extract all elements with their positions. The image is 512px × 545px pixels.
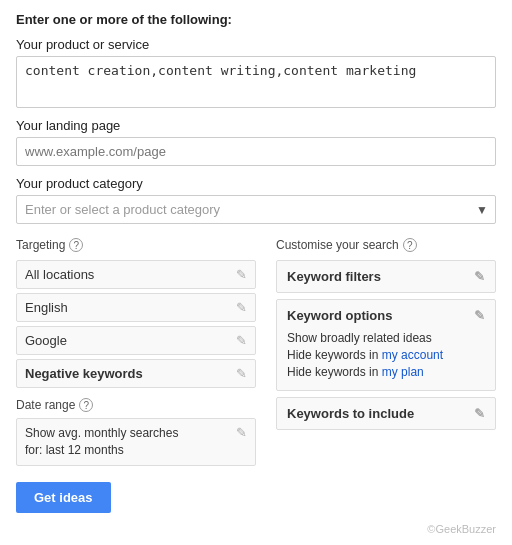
panel-keyword-filters: Keyword filters ✎ — [276, 260, 496, 293]
targeting-item-negative-keywords[interactable]: Negative keywords ✎ — [16, 359, 256, 388]
two-column-section: Targeting ? All locations ✎ English ✎ Go… — [16, 238, 496, 513]
panel-keyword-filters-title: Keyword filters — [287, 269, 381, 284]
product-service-label: Your product or service — [16, 37, 496, 52]
watermark: ©GeekBuzzer — [427, 523, 496, 535]
pencil-icon-negative-keywords: ✎ — [236, 366, 247, 381]
date-range-label: Date range — [16, 398, 75, 412]
customise-label: Customise your search — [276, 238, 399, 252]
targeting-network-label: Google — [25, 333, 67, 348]
date-range-line1: Show avg. monthly searches — [25, 426, 178, 440]
get-ideas-button[interactable]: Get ideas — [16, 482, 111, 513]
pencil-icon-keywords-to-include: ✎ — [474, 406, 485, 421]
date-range-box[interactable]: Show avg. monthly searches for: last 12 … — [16, 418, 256, 466]
pencil-icon-keyword-filters: ✎ — [474, 269, 485, 284]
option-hide-plan: Hide keywords in my plan — [287, 365, 485, 379]
date-range-help-icon[interactable]: ? — [79, 398, 93, 412]
pencil-icon-keyword-options: ✎ — [474, 308, 485, 323]
panel-keywords-to-include-header[interactable]: Keywords to include ✎ — [277, 398, 495, 429]
pencil-icon-language: ✎ — [236, 300, 247, 315]
landing-page-label: Your landing page — [16, 118, 496, 133]
panel-keyword-options-header[interactable]: Keyword options ✎ — [277, 300, 495, 331]
targeting-locations-label: All locations — [25, 267, 94, 282]
panel-keyword-filters-header[interactable]: Keyword filters ✎ — [277, 261, 495, 292]
panel-keyword-options-body: Show broadly related ideas Hide keywords… — [277, 331, 495, 390]
product-service-input[interactable]: content creation,content writing,content… — [16, 56, 496, 108]
targeting-header: Targeting ? — [16, 238, 256, 252]
product-category-label: Your product category — [16, 176, 496, 191]
product-category-field: Your product category Enter or select a … — [16, 176, 496, 224]
targeting-help-icon[interactable]: ? — [69, 238, 83, 252]
landing-page-field: Your landing page — [16, 118, 496, 176]
panel-keywords-to-include-title: Keywords to include — [287, 406, 414, 421]
product-category-select-wrapper: Enter or select a product category ▼ — [16, 195, 496, 224]
panel-keyword-options-title: Keyword options — [287, 308, 392, 323]
landing-page-input[interactable] — [16, 137, 496, 166]
product-service-field: Your product or service content creation… — [16, 37, 496, 118]
date-range-text: Show avg. monthly searches for: last 12 … — [25, 425, 178, 459]
targeting-negative-keywords-label: Negative keywords — [25, 366, 143, 381]
panel-keyword-options: Keyword options ✎ Show broadly related i… — [276, 299, 496, 391]
targeting-column: Targeting ? All locations ✎ English ✎ Go… — [16, 238, 256, 513]
targeting-label: Targeting — [16, 238, 65, 252]
pencil-icon-date-range: ✎ — [236, 425, 247, 440]
targeting-item-network[interactable]: Google ✎ — [16, 326, 256, 355]
date-range-line2: for: last 12 months — [25, 443, 124, 457]
pencil-icon-locations: ✎ — [236, 267, 247, 282]
targeting-item-language[interactable]: English ✎ — [16, 293, 256, 322]
targeting-language-label: English — [25, 300, 68, 315]
option-broadly-related: Show broadly related ideas — [287, 331, 485, 345]
customise-help-icon[interactable]: ? — [403, 238, 417, 252]
link-my-account[interactable]: my account — [382, 348, 443, 362]
panel-keywords-to-include: Keywords to include ✎ — [276, 397, 496, 430]
customise-header: Customise your search ? — [276, 238, 496, 252]
customise-column: Customise your search ? Keyword filters … — [276, 238, 496, 513]
targeting-item-locations[interactable]: All locations ✎ — [16, 260, 256, 289]
product-category-select[interactable]: Enter or select a product category — [16, 195, 496, 224]
pencil-icon-network: ✎ — [236, 333, 247, 348]
date-range-header: Date range ? — [16, 398, 256, 412]
instruction: Enter one or more of the following: — [16, 12, 496, 27]
link-my-plan[interactable]: my plan — [382, 365, 424, 379]
option-hide-account: Hide keywords in my account — [287, 348, 485, 362]
